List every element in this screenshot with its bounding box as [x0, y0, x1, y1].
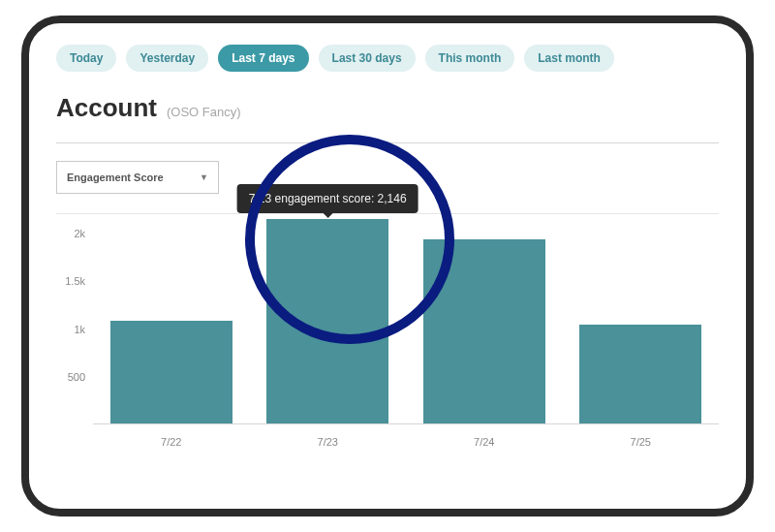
account-name: (OSO Fancy): [167, 105, 241, 119]
tab-this-month[interactable]: This month: [425, 45, 515, 72]
page-title: Account: [56, 93, 157, 123]
bar-7-25[interactable]: [579, 325, 701, 423]
x-tick-label: 7/24: [406, 428, 563, 455]
tab-yesterday[interactable]: Yesterday: [126, 45, 208, 72]
bar-7-23[interactable]: [266, 219, 388, 423]
plot-area: 7/23 engagement score: 2,146: [93, 214, 719, 424]
x-axis: 7/227/237/247/25: [93, 428, 719, 455]
y-tick-label: 1.5k: [65, 275, 85, 287]
app-frame: TodayYesterdayLast 7 daysLast 30 daysThi…: [21, 16, 754, 516]
page-heading: Account (OSO Fancy): [56, 93, 719, 123]
chart-tooltip: 7/23 engagement score: 2,146: [237, 184, 418, 213]
tab-last-30-days[interactable]: Last 30 days: [319, 45, 416, 72]
y-axis: 5001k1.5k2k: [56, 214, 89, 424]
metric-dropdown[interactable]: Engagement Score ▼: [56, 161, 219, 194]
bar-slot: [563, 214, 720, 423]
dropdown-selected: Engagement Score: [67, 172, 164, 183]
tab-last-7-days[interactable]: Last 7 days: [218, 45, 308, 72]
engagement-chart: 5001k1.5k2k 7/23 engagement score: 2,146…: [56, 213, 719, 455]
y-tick-label: 1k: [74, 324, 85, 335]
x-tick-label: 7/23: [250, 428, 407, 455]
chevron-down-icon: ▼: [200, 172, 208, 182]
date-range-tabs: TodayYesterdayLast 7 daysLast 30 daysThi…: [56, 45, 719, 72]
tooltip-text: 7/23 engagement score: 2,146: [249, 192, 407, 205]
bar-7-24[interactable]: [423, 239, 545, 423]
bar-7-22[interactable]: [110, 321, 232, 423]
y-tick-label: 2k: [74, 228, 85, 239]
x-tick-label: 7/22: [93, 428, 250, 455]
content-area: Engagement Score ▼ 5001k1.5k2k 7/23 enga…: [56, 142, 719, 462]
y-tick-label: 500: [68, 371, 85, 383]
bar-slot: [93, 214, 250, 423]
tab-last-month[interactable]: Last month: [524, 45, 614, 72]
bar-slot: [250, 214, 407, 423]
x-tick-label: 7/25: [563, 428, 720, 455]
tab-today[interactable]: Today: [56, 45, 116, 72]
bar-slot: [406, 214, 563, 423]
